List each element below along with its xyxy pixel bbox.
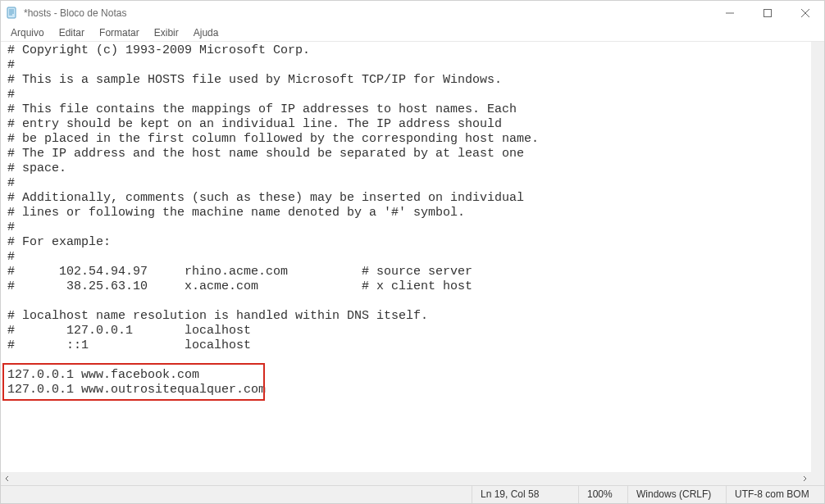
menubar: Arquivo Editar Formatar Exibir Ajuda — [1, 25, 824, 42]
scrollbar-corner — [811, 472, 824, 485]
status-zoom: 100% — [578, 486, 627, 503]
close-button[interactable] — [786, 1, 824, 25]
menu-formatar[interactable]: Formatar — [93, 26, 146, 39]
horizontal-scrollbar[interactable] — [1, 472, 811, 485]
status-encoding: UTF-8 com BOM — [726, 486, 824, 503]
status-spacer — [1, 486, 472, 503]
window-title: *hosts - Bloco de Notas — [24, 7, 126, 19]
minimize-button[interactable] — [711, 1, 749, 25]
scroll-left-icon[interactable] — [1, 472, 14, 485]
vertical-scrollbar[interactable] — [811, 42, 824, 472]
editor-area: # Copyright (c) 1993-2009 Microsoft Corp… — [1, 42, 824, 485]
maximize-button[interactable] — [749, 1, 786, 25]
menu-editar[interactable]: Editar — [52, 26, 91, 39]
statusbar: Ln 19, Col 58 100% Windows (CRLF) UTF-8 … — [1, 485, 824, 503]
scroll-right-icon[interactable] — [798, 472, 811, 485]
window-controls — [711, 1, 824, 25]
notepad-icon — [6, 7, 19, 20]
status-cursor-position: Ln 19, Col 58 — [472, 486, 578, 503]
status-line-ending: Windows (CRLF) — [627, 486, 726, 503]
menu-ajuda[interactable]: Ajuda — [187, 26, 226, 39]
titlebar[interactable]: *hosts - Bloco de Notas — [1, 1, 824, 25]
menu-arquivo[interactable]: Arquivo — [4, 26, 51, 39]
text-editor[interactable]: # Copyright (c) 1993-2009 Microsoft Corp… — [1, 42, 811, 472]
notepad-window: *hosts - Bloco de Notas Arquivo Editar F… — [0, 0, 825, 504]
svg-rect-6 — [764, 10, 772, 17]
menu-exibir[interactable]: Exibir — [148, 26, 185, 39]
